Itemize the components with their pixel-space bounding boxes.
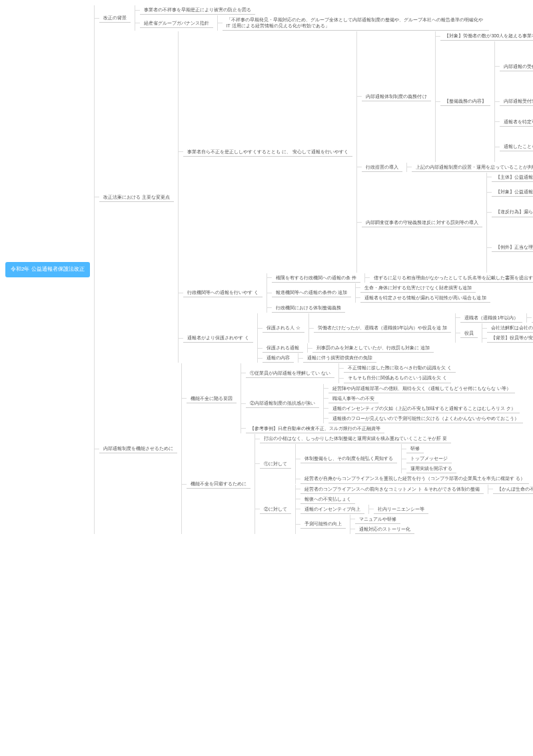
- c1a1[interactable]: 退職者（退職後1年以内）: [460, 313, 522, 323]
- main-b[interactable]: 行政機関等への通報を行いやす く: [183, 288, 263, 297]
- a2a[interactable]: 上記の内部通報制度の設置・運用を怠っていることが判明した場 合: [412, 163, 533, 172]
- c1[interactable]: 保護される人 ☆: [263, 323, 304, 333]
- func-b1b[interactable]: 経営者が自身からコンプライアンスを重視した経営を行う（コンプラ部署の企業風土を率…: [300, 474, 529, 483]
- func-b1a3[interactable]: 運用実績を開示する: [406, 464, 456, 473]
- bg-b1[interactable]: 「不祥事の早期発見・早期対応のため、グループ全体として内部通報制度の整備や、グル…: [223, 15, 489, 31]
- func-b0[interactable]: 打出の小槌はなく、しっかりした体制整備と運用実績を積み重ねていくことこそが肝 要: [260, 434, 451, 443]
- c1a[interactable]: 労働者だけだったが、退職者（退職後1年以内）や役員を追 加: [314, 323, 452, 333]
- c2[interactable]: 保護される通報: [263, 343, 303, 353]
- func-b2[interactable]: ②に対して: [260, 505, 291, 514]
- func-b2a1[interactable]: 【かんぽ生命の不正募集】 現場の声が経営層に届かない組織体制になっていた: [493, 485, 533, 494]
- func-a1[interactable]: ①従業員が内部通報を理解してい ない: [246, 369, 334, 378]
- func-b2a[interactable]: 経営者のコンプライアンスへの前向きなコミットメン ト ＆それができる体制の整備: [300, 485, 484, 494]
- func-a3[interactable]: 【参考事例】日産自動車の検査不正、スルガ銀行の不正融資等: [246, 424, 384, 433]
- func-a2b[interactable]: 職場人事等への不安: [328, 394, 378, 403]
- func-a2d[interactable]: 通報後のフローが見えないので予測可能性に欠ける（よくわかんないからやめておこう）: [328, 414, 523, 423]
- func-a2a[interactable]: 経営陣や内部通報部署への信頼、期待を欠く（通報してもどうせ何にもならな い等）: [328, 384, 515, 393]
- func-node[interactable]: 内部通報制度を機能させるために: [99, 444, 177, 453]
- c3a[interactable]: 通報に伴う損害賠償責任の免除: [303, 353, 376, 363]
- b2a[interactable]: 生命・身体に対する危害だけでなく財産損害も追加: [360, 283, 476, 293]
- b3[interactable]: 行政機関における体制整備義務: [272, 303, 345, 313]
- func-b2c[interactable]: 通報のインセンティブ向上: [300, 505, 364, 514]
- func-b1a2[interactable]: トップメッセージ: [406, 454, 452, 463]
- func-a1b[interactable]: そもそも自分に関係あるものという認識を欠 く: [344, 373, 451, 383]
- c1a2b[interactable]: 【背景】役員等が安心して通報できる環境の醸成の要請の高ま り: [487, 333, 533, 343]
- c1a2a[interactable]: 会社法解釈は会社の自治内で、内部通報制度を利用で きるとはあり得るが、損害賠償の…: [487, 323, 533, 333]
- c3[interactable]: 通報の内容: [263, 353, 294, 363]
- a1[interactable]: 内部通報体制制度の義務付 け: [362, 92, 432, 101]
- a1b[interactable]: 【整備義務の内容】: [440, 97, 490, 106]
- a3a[interactable]: 【主体】公益通報業務従事者及びそうであった者: [492, 173, 533, 182]
- b2[interactable]: 報道機関等への通報の条件の 追加: [272, 288, 351, 297]
- changes-node[interactable]: 改正法案における 主要な変更点: [99, 193, 174, 202]
- b2b[interactable]: 通報者を特定させる情報が漏れる可能性が高い場合も追 加: [360, 293, 491, 303]
- func-b1a[interactable]: 体制整備をし、その制度を能弘く周知する: [300, 454, 397, 463]
- main-c[interactable]: 通報者がより保護されやす く: [183, 333, 253, 343]
- b1[interactable]: 権限を有する行政機関への通報の条 件: [272, 273, 360, 283]
- func-a[interactable]: 機能不全に陥る要因: [187, 394, 237, 403]
- func-b2d1[interactable]: マニュアルや研修: [355, 515, 400, 524]
- a2[interactable]: 行政措置の導入: [362, 163, 402, 172]
- a1b3[interactable]: 通報者を特定可能な情報の共有を必要最小限にとどめる運用: [500, 117, 533, 127]
- a3[interactable]: 内部調査従事者の守秘義務違反に 対する罰則等の導入: [362, 218, 483, 227]
- c2a[interactable]: 刑事罰のみを対象としていたが、行政罰も対象に 追加: [312, 343, 434, 353]
- func-b2d[interactable]: 予測可能性の向上: [300, 519, 346, 529]
- a3c[interactable]: 【違反行為】漏らす行為: [492, 207, 533, 217]
- func-b2b[interactable]: 報復への不安払しょく: [300, 495, 355, 504]
- func-b2c1[interactable]: 社内リーニエンシー等: [374, 505, 428, 514]
- a1b2[interactable]: 内部通報受付窓口を組織内で周知する運 用: [500, 97, 533, 106]
- b1a[interactable]: 信ずるに足りる相当理由がなかったとしても 氏名等を記載した書面を提出する場合の通…: [370, 273, 533, 283]
- bg-a[interactable]: 事業者の不祥事を早期是正により被害の防止を図る: [140, 5, 255, 15]
- main-a[interactable]: 事業者自ら不正を是正ししやすくするととも に、 安心して通報を行いやすく: [183, 147, 352, 157]
- bg-node[interactable]: 改正の背景: [99, 13, 131, 23]
- a3b[interactable]: 【対象】公益通報者を特定させるもの: [492, 187, 533, 197]
- func-a2c[interactable]: 通報のインセンティブの欠如（上記の不安も加味すると通報することはむしろリス ク）: [328, 404, 520, 413]
- func-b2d2[interactable]: 通報対応のストーリー化: [355, 525, 414, 534]
- a1b4[interactable]: 通報したことを理由に解雇その他不利益な取扱いをするここをの禁 止。: [500, 142, 533, 151]
- c1a2[interactable]: 役員: [460, 329, 478, 338]
- func-a2[interactable]: ②内部通報制度の抵抗感が強い: [246, 399, 319, 408]
- func-b1a1[interactable]: 研修: [406, 444, 424, 453]
- a1b1[interactable]: 内部通報の受付窓口の設置 等、内部通報を受け付ける運 用: [500, 62, 533, 71]
- func-a1a[interactable]: 不正情報に接した際に取るべき行動の認識を欠 く: [344, 363, 456, 373]
- a3d[interactable]: 【例外】正当な理由のある場 合: [492, 243, 533, 252]
- a1a[interactable]: 【対象】労働者の数が300人を超える事業者には内部通報体制の整備義務が課された: [440, 31, 533, 41]
- func-b[interactable]: 機能不全を回避するために: [187, 479, 251, 489]
- bg-b[interactable]: 経産省グループガバナンス指針: [140, 19, 213, 28]
- func-b1[interactable]: ①に対して: [260, 459, 291, 469]
- root-node[interactable]: 令和2年 公益通報者保護法改正: [5, 262, 90, 277]
